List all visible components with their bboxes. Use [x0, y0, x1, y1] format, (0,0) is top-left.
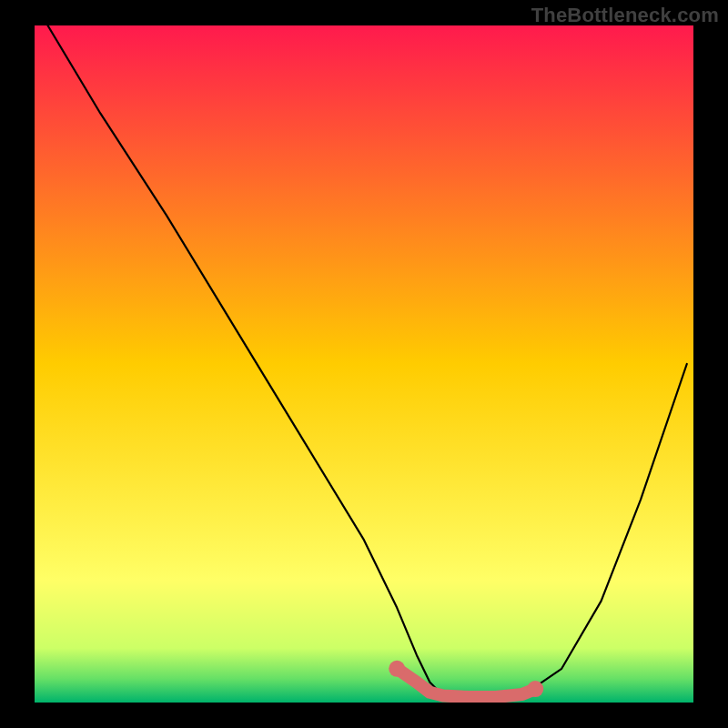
watermark-text: TheBottleneck.com	[531, 4, 719, 27]
marker-dot	[389, 661, 405, 677]
chart-svg	[35, 25, 693, 703]
plot-area	[35, 25, 693, 703]
chart-frame: TheBottleneck.com	[0, 0, 728, 728]
gradient-background	[35, 25, 693, 703]
marker-dot	[527, 681, 543, 697]
